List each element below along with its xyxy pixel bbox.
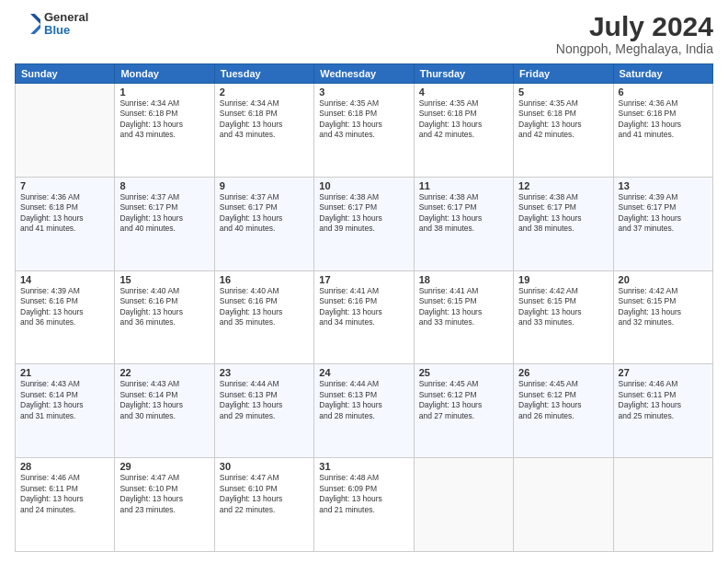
calendar-week-row: 14Sunrise: 4:39 AMSunset: 6:16 PMDayligh… <box>16 270 713 364</box>
calendar-day-cell: 19Sunrise: 4:42 AMSunset: 6:15 PMDayligh… <box>514 270 613 364</box>
calendar-day-cell: 17Sunrise: 4:41 AMSunset: 6:16 PMDayligh… <box>314 270 414 364</box>
day-info: Sunrise: 4:47 AMSunset: 6:10 PMDaylight:… <box>119 473 209 515</box>
calendar-header-cell: Sunday <box>16 64 115 84</box>
calendar-day-cell: 11Sunrise: 4:38 AMSunset: 6:17 PMDayligh… <box>414 177 513 270</box>
day-number: 5 <box>518 86 608 98</box>
day-info: Sunrise: 4:44 AMSunset: 6:13 PMDaylight:… <box>220 379 309 421</box>
calendar-header-cell: Friday <box>514 64 613 84</box>
day-number: 24 <box>319 367 408 378</box>
day-info: Sunrise: 4:41 AMSunset: 6:16 PMDaylight:… <box>319 286 408 328</box>
calendar-day-cell: 10Sunrise: 4:38 AMSunset: 6:17 PMDayligh… <box>314 177 414 270</box>
calendar-day-cell: 4Sunrise: 4:35 AMSunset: 6:18 PMDaylight… <box>414 84 513 178</box>
day-number: 13 <box>619 180 708 191</box>
day-number: 28 <box>20 461 109 472</box>
day-number: 15 <box>119 274 209 285</box>
svg-marker-1 <box>30 14 40 24</box>
day-number: 18 <box>419 274 508 285</box>
day-info: Sunrise: 4:47 AMSunset: 6:10 PMDaylight:… <box>220 473 309 515</box>
day-info: Sunrise: 4:38 AMSunset: 6:17 PMDaylight:… <box>419 192 508 235</box>
day-info: Sunrise: 4:37 AMSunset: 6:17 PMDaylight:… <box>119 192 209 235</box>
day-info: Sunrise: 4:46 AMSunset: 6:11 PMDaylight:… <box>20 473 109 515</box>
day-info: Sunrise: 4:39 AMSunset: 6:16 PMDaylight:… <box>20 286 109 328</box>
day-number: 20 <box>619 274 708 285</box>
calendar-header-cell: Wednesday <box>314 64 414 84</box>
calendar-day-cell: 13Sunrise: 4:39 AMSunset: 6:17 PMDayligh… <box>613 177 712 270</box>
calendar-day-cell <box>16 84 115 178</box>
title-block: July 2024 Nongpoh, Meghalaya, India <box>556 11 713 56</box>
day-info: Sunrise: 4:48 AMSunset: 6:09 PMDaylight:… <box>319 473 408 515</box>
day-number: 4 <box>419 86 508 98</box>
header: General Blue July 2024 Nongpoh, Meghalay… <box>15 11 713 56</box>
logo-icon <box>15 11 40 37</box>
calendar-day-cell: 22Sunrise: 4:43 AMSunset: 6:14 PMDayligh… <box>115 364 214 458</box>
day-info: Sunrise: 4:46 AMSunset: 6:11 PMDaylight:… <box>619 379 708 421</box>
day-number: 14 <box>20 274 109 285</box>
day-info: Sunrise: 4:34 AMSunset: 6:18 PMDaylight:… <box>119 98 209 141</box>
day-number: 3 <box>319 86 408 98</box>
calendar-day-cell: 14Sunrise: 4:39 AMSunset: 6:16 PMDayligh… <box>16 270 115 364</box>
calendar-day-cell: 24Sunrise: 4:44 AMSunset: 6:13 PMDayligh… <box>314 364 414 458</box>
day-info: Sunrise: 4:35 AMSunset: 6:18 PMDaylight:… <box>518 98 608 141</box>
day-number: 25 <box>419 367 508 378</box>
calendar-day-cell: 2Sunrise: 4:34 AMSunset: 6:18 PMDaylight… <box>214 84 313 178</box>
day-info: Sunrise: 4:45 AMSunset: 6:12 PMDaylight:… <box>419 379 508 421</box>
calendar-week-row: 7Sunrise: 4:36 AMSunset: 6:18 PMDaylight… <box>16 177 713 270</box>
calendar-week-row: 1Sunrise: 4:34 AMSunset: 6:18 PMDaylight… <box>16 84 713 178</box>
day-number: 11 <box>419 180 508 191</box>
day-number: 12 <box>518 180 608 191</box>
day-number: 26 <box>518 367 608 378</box>
day-info: Sunrise: 4:39 AMSunset: 6:17 PMDaylight:… <box>619 192 708 235</box>
day-info: Sunrise: 4:44 AMSunset: 6:13 PMDaylight:… <box>319 379 408 421</box>
calendar-header-row: SundayMondayTuesdayWednesdayThursdayFrid… <box>16 64 713 84</box>
logo-line1: General <box>44 11 88 24</box>
day-number: 23 <box>220 367 309 378</box>
day-number: 21 <box>20 367 109 378</box>
calendar-header-cell: Tuesday <box>214 64 313 84</box>
day-info: Sunrise: 4:40 AMSunset: 6:16 PMDaylight:… <box>220 286 309 328</box>
day-number: 2 <box>220 86 309 98</box>
calendar-day-cell: 23Sunrise: 4:44 AMSunset: 6:13 PMDayligh… <box>214 364 313 458</box>
calendar-table: SundayMondayTuesdayWednesdayThursdayFrid… <box>15 63 713 552</box>
day-number: 22 <box>119 367 209 378</box>
day-info: Sunrise: 4:42 AMSunset: 6:15 PMDaylight:… <box>619 286 708 328</box>
calendar-day-cell: 3Sunrise: 4:35 AMSunset: 6:18 PMDaylight… <box>314 84 414 178</box>
day-number: 6 <box>619 86 708 98</box>
day-info: Sunrise: 4:36 AMSunset: 6:18 PMDaylight:… <box>619 98 708 141</box>
calendar-page: General Blue July 2024 Nongpoh, Meghalay… <box>0 0 728 563</box>
calendar-day-cell: 28Sunrise: 4:46 AMSunset: 6:11 PMDayligh… <box>16 458 115 552</box>
day-info: Sunrise: 4:40 AMSunset: 6:16 PMDaylight:… <box>119 286 209 328</box>
day-info: Sunrise: 4:41 AMSunset: 6:15 PMDaylight:… <box>419 286 508 328</box>
calendar-day-cell <box>514 458 613 552</box>
calendar-day-cell: 30Sunrise: 4:47 AMSunset: 6:10 PMDayligh… <box>214 458 313 552</box>
calendar-header-cell: Saturday <box>613 64 712 84</box>
calendar-day-cell: 26Sunrise: 4:45 AMSunset: 6:12 PMDayligh… <box>514 364 613 458</box>
calendar-day-cell: 5Sunrise: 4:35 AMSunset: 6:18 PMDaylight… <box>514 84 613 178</box>
day-number: 19 <box>518 274 608 285</box>
calendar-header-cell: Thursday <box>414 64 513 84</box>
calendar-day-cell <box>613 458 712 552</box>
day-info: Sunrise: 4:45 AMSunset: 6:12 PMDaylight:… <box>518 379 608 421</box>
day-info: Sunrise: 4:38 AMSunset: 6:17 PMDaylight:… <box>518 192 608 235</box>
calendar-day-cell: 15Sunrise: 4:40 AMSunset: 6:16 PMDayligh… <box>115 270 214 364</box>
day-info: Sunrise: 4:38 AMSunset: 6:17 PMDaylight:… <box>319 192 408 235</box>
calendar-day-cell: 27Sunrise: 4:46 AMSunset: 6:11 PMDayligh… <box>613 364 712 458</box>
day-number: 10 <box>319 180 408 191</box>
calendar-day-cell: 9Sunrise: 4:37 AMSunset: 6:17 PMDaylight… <box>214 177 313 270</box>
day-number: 7 <box>20 180 109 191</box>
day-number: 31 <box>319 461 408 472</box>
calendar-day-cell: 7Sunrise: 4:36 AMSunset: 6:18 PMDaylight… <box>16 177 115 270</box>
day-number: 8 <box>119 180 209 191</box>
day-info: Sunrise: 4:42 AMSunset: 6:15 PMDaylight:… <box>518 286 608 328</box>
logo-line2: Blue <box>44 24 88 37</box>
month-title: July 2024 <box>556 11 713 41</box>
day-info: Sunrise: 4:36 AMSunset: 6:18 PMDaylight:… <box>20 192 109 235</box>
day-number: 27 <box>619 367 708 378</box>
day-number: 1 <box>119 86 209 98</box>
day-number: 9 <box>220 180 309 191</box>
calendar-day-cell: 12Sunrise: 4:38 AMSunset: 6:17 PMDayligh… <box>514 177 613 270</box>
calendar-day-cell: 25Sunrise: 4:45 AMSunset: 6:12 PMDayligh… <box>414 364 513 458</box>
calendar-day-cell: 16Sunrise: 4:40 AMSunset: 6:16 PMDayligh… <box>214 270 313 364</box>
calendar-day-cell <box>414 458 513 552</box>
logo: General Blue <box>15 11 88 38</box>
location-title: Nongpoh, Meghalaya, India <box>556 41 713 56</box>
